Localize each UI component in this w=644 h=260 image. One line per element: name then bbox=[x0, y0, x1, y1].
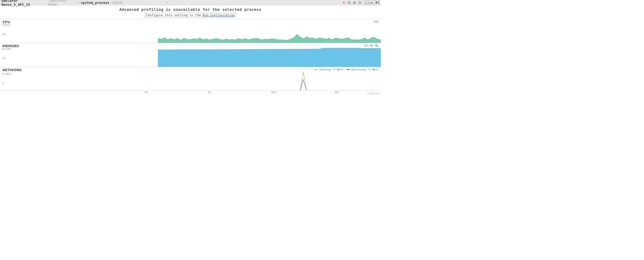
go-to-end-icon bbox=[376, 0, 379, 5]
chevron-down-icon: ▾ bbox=[166, 1, 168, 4]
legend-sending-value: 0 KB/S bbox=[333, 68, 343, 71]
run-configuration-link[interactable]: Run Configuration bbox=[203, 13, 235, 17]
legend-swatch-sending bbox=[314, 69, 318, 70]
toolbar: Emulator Nexus_5_API_23 (emulator-5554) … bbox=[0, 0, 381, 5]
zoom-out-icon bbox=[348, 1, 351, 4]
process-pid: (1654) bbox=[111, 1, 124, 5]
legend-receiving-label: Receiving: bbox=[351, 68, 367, 71]
svg-point-6 bbox=[360, 2, 360, 3]
network-title: NETWORK bbox=[2, 68, 22, 72]
legend-receiving: Receiving: 0 KB/S bbox=[346, 68, 378, 71]
zoom-reset-button[interactable] bbox=[357, 1, 362, 5]
timeline-label: 0s bbox=[145, 91, 148, 94]
zoom-in-button[interactable] bbox=[352, 1, 357, 5]
cpu-chart bbox=[0, 19, 381, 43]
cpu-ytick-mid: 50 bbox=[2, 33, 6, 36]
cpu-value: 13% bbox=[373, 20, 378, 24]
tick-line bbox=[2, 74, 2, 74]
banner-sub-prefix: Configure this setting in the bbox=[146, 13, 203, 17]
timeline-axis: 0s5s10s15s bbox=[0, 91, 381, 95]
tick-line bbox=[2, 34, 2, 34]
zoom-reset-icon bbox=[358, 1, 362, 4]
memory-chart bbox=[0, 43, 381, 67]
watermark-text: 创新互联 bbox=[370, 92, 380, 95]
timeline-label: 15s bbox=[334, 91, 339, 94]
live-label: Live bbox=[365, 1, 373, 5]
tick-line bbox=[2, 25, 2, 25]
memory-title: MEMORY bbox=[2, 44, 19, 48]
device-selector[interactable]: Emulator Nexus_5_API_23 (emulator-5554) … bbox=[2, 0, 79, 7]
advanced-profiling-banner: Advanced profiling is unavailable for th… bbox=[0, 5, 381, 19]
svg-rect-7 bbox=[378, 1, 379, 5]
tick-line bbox=[2, 49, 2, 49]
zoom-out-button[interactable] bbox=[347, 1, 352, 5]
device-name: Emulator Nexus_5_API_23 bbox=[2, 0, 46, 7]
memory-ytick-mid: 32 bbox=[2, 57, 6, 60]
legend-sending: Sending: 0 KB/S bbox=[314, 68, 343, 71]
timeline-label: 10s bbox=[271, 91, 276, 94]
timeline-label: 5s bbox=[208, 91, 211, 94]
zoom-in-icon bbox=[353, 1, 356, 4]
network-ytick-max: 2 KB/S bbox=[2, 72, 11, 76]
device-id: (emulator-5554) bbox=[48, 0, 78, 7]
cpu-title: CPU bbox=[2, 20, 10, 24]
legend-receiving-value: 0 KB/S bbox=[369, 68, 378, 71]
watermark-icon bbox=[367, 92, 370, 95]
close-button[interactable]: × bbox=[341, 1, 346, 5]
tick-line bbox=[2, 58, 2, 58]
legend-swatch-receiving bbox=[346, 69, 350, 70]
legend-sending-label: Sending: bbox=[319, 68, 332, 71]
cpu-panel[interactable]: CPU 13% 100% 50 bbox=[0, 19, 381, 43]
tick-line bbox=[2, 83, 2, 83]
process-name: system_process bbox=[81, 1, 109, 5]
network-panel[interactable]: NETWORK Sending: 0 KB/S Receiving: 0 KB/… bbox=[0, 67, 381, 95]
network-ytick-mid: 1 bbox=[2, 82, 4, 85]
chevron-down-icon: ▾ bbox=[78, 1, 79, 4]
process-selector[interactable]: system_process (1654) ▾ bbox=[81, 1, 168, 5]
memory-value: 52.05 MB bbox=[364, 44, 378, 48]
banner-subtitle: Configure this setting in the Run Config… bbox=[145, 13, 236, 18]
memory-panel[interactable]: MEMORY 52.05 MB 64 MB 32 bbox=[0, 43, 381, 67]
network-legend: Sending: 0 KB/S Receiving: 0 KB/S bbox=[314, 68, 378, 71]
banner-title: Advanced profiling is unavailable for th… bbox=[0, 7, 381, 12]
watermark: 创新互联 bbox=[367, 92, 380, 95]
go-to-end-button[interactable] bbox=[376, 1, 379, 5]
live-button[interactable]: Live bbox=[363, 1, 375, 5]
